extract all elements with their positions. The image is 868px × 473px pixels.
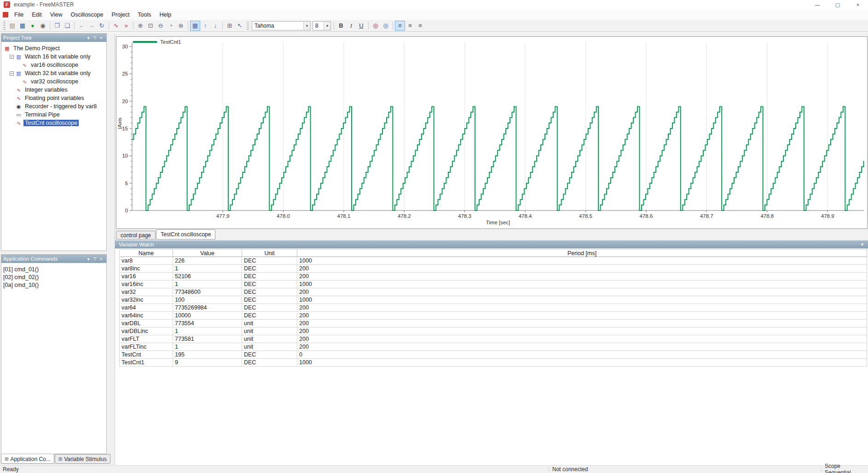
cell-value[interactable]: 7735269984 <box>173 304 242 312</box>
tab-variable-stimulus[interactable]: ⊞ Variable Stimulus <box>55 454 110 464</box>
reload-page-icon[interactable]: ↻ <box>97 21 107 31</box>
copy-icon[interactable]: ❐ <box>52 21 62 31</box>
cell-period[interactable]: 200 <box>297 312 867 320</box>
cell-value[interactable]: 773581 <box>173 335 242 343</box>
cell-period[interactable]: 0 <box>297 351 867 359</box>
cell-unit[interactable]: DEC <box>242 296 297 304</box>
cell-unit[interactable]: DEC <box>242 280 297 288</box>
align-center-icon[interactable]: ≡ <box>405 21 415 31</box>
cell-name[interactable]: varDBLinc <box>119 327 173 335</box>
tree-item-the-demo-project[interactable]: ▦The Demo Project <box>2 44 105 53</box>
close-button[interactable]: × <box>848 0 868 9</box>
cell-unit[interactable]: DEC <box>242 351 297 359</box>
cell-period[interactable]: 1000 <box>297 280 867 288</box>
comm-config-icon[interactable]: ◉ <box>38 21 48 31</box>
cell-unit[interactable]: unit <box>242 343 297 351</box>
watch-row-var8inc[interactable]: var8inc1DEC200 <box>119 265 867 273</box>
cell-value[interactable]: 9 <box>173 359 242 367</box>
cell-value[interactable]: 195 <box>173 351 242 359</box>
watch-row-testcnt[interactable]: TestCnt195DEC0 <box>119 351 867 359</box>
scope-icon[interactable]: ∿ <box>111 21 121 31</box>
col-header-value[interactable]: Value <box>173 249 242 257</box>
tree-item-integer-variables[interactable]: ∿Integer variables <box>2 86 105 94</box>
watch-row-var16inc[interactable]: var16inc1DEC1000 <box>119 280 867 288</box>
watch-row-varflt[interactable]: varFLT773581unit200 <box>119 335 867 343</box>
font-family-select[interactable]: Tahoma▾ <box>252 21 311 30</box>
back-icon[interactable]: ← <box>76 21 87 31</box>
tree-item-var16-oscilloscope[interactable]: ∿var16 oscilloscope <box>2 61 105 69</box>
cell-name[interactable]: var16inc <box>119 280 173 288</box>
cell-period[interactable]: 1000 <box>297 296 867 304</box>
cell-name[interactable]: TestCnt1 <box>119 359 173 367</box>
command-item-0a-cmd-10[interactable]: [0a] cmd_10() <box>3 281 104 289</box>
zoom-fit-icon[interactable]: ⊡ <box>145 21 156 31</box>
move-down-icon[interactable]: ↓ <box>210 21 220 31</box>
tree-item-floating-point-variables[interactable]: ∿Floating point variables <box>2 94 105 102</box>
menu-view[interactable]: View <box>46 10 67 19</box>
cell-period[interactable]: 200 <box>297 304 867 312</box>
tree-item-watch-32-bit-variable-only[interactable]: −▥Watch 32 bit variable only <box>2 69 105 77</box>
minimize-button[interactable]: — <box>807 0 827 9</box>
context-help-icon[interactable]: ↖ <box>235 21 245 31</box>
cell-name[interactable]: varDBL <box>119 320 173 327</box>
menu-edit[interactable]: Edit <box>28 10 46 19</box>
bold-icon[interactable]: B <box>336 21 346 31</box>
watch-row-varfltinc[interactable]: varFLTinc1unit200 <box>119 343 867 351</box>
toolbar-grip[interactable] <box>3 22 6 30</box>
cell-name[interactable]: var64 <box>119 304 173 312</box>
cell-value[interactable]: 1 <box>173 327 242 335</box>
cell-unit[interactable]: unit <box>242 320 297 327</box>
command-item-02-cmd-02[interactable]: [02] cmd_02() <box>3 273 104 281</box>
cell-period[interactable]: 1000 <box>297 359 867 367</box>
paste-icon[interactable]: ❏ <box>62 21 72 31</box>
align-right-icon[interactable]: ≡ <box>415 21 425 31</box>
collapse-icon[interactable]: − <box>10 55 14 59</box>
col-header-unit[interactable]: Unit <box>242 249 297 257</box>
watch-row-var64[interactable]: var647735269984DEC200 <box>119 304 867 312</box>
watch-row-var16[interactable]: var1652106DEC200 <box>119 273 867 280</box>
watch-row-vardbl[interactable]: varDBL773554unit200 <box>119 320 867 327</box>
cell-period[interactable]: 1000 <box>297 257 867 265</box>
save-project-icon[interactable]: ▦ <box>17 21 28 31</box>
cell-value[interactable]: 1 <box>173 265 242 273</box>
cell-value[interactable]: 773554 <box>173 320 242 327</box>
menu-help[interactable]: Help <box>156 10 176 19</box>
watch-row-vardblinc[interactable]: varDBLinc1unit200 <box>119 327 867 335</box>
toolbar-grip[interactable] <box>247 22 249 30</box>
cell-period[interactable]: 200 <box>297 288 867 296</box>
cell-period[interactable]: 200 <box>297 265 867 273</box>
tree-item-terminal-pipe[interactable]: ▭Terminal Pipe <box>2 111 105 119</box>
text-color-icon[interactable]: ◎ <box>370 21 381 31</box>
cell-unit[interactable]: DEC <box>242 273 297 280</box>
cell-unit[interactable]: unit <box>242 327 297 335</box>
cell-period[interactable]: 200 <box>297 273 867 280</box>
tab-control-page[interactable]: control page <box>116 231 156 239</box>
cell-name[interactable]: varFLTinc <box>119 343 173 351</box>
cell-period[interactable]: 200 <box>297 335 867 343</box>
cell-value[interactable]: 10000 <box>173 312 242 320</box>
col-header-period-ms[interactable]: Period [ms] <box>297 249 867 257</box>
properties-icon[interactable]: ⊞ <box>225 21 235 31</box>
command-item-01-cmd-01[interactable]: [01] cmd_01() <box>3 265 104 273</box>
cell-period[interactable]: 200 <box>297 320 867 327</box>
tree-item-recorder-triggered-by-var8[interactable]: ◉Recorder - triggered by var8 <box>2 102 105 111</box>
cell-unit[interactable]: DEC <box>242 304 297 312</box>
cell-name[interactable]: TestCnt <box>119 351 173 359</box>
run-fast-icon[interactable]: » <box>121 21 131 31</box>
cell-unit[interactable]: DEC <box>242 359 297 367</box>
fill-color-icon[interactable]: ◎ <box>381 21 391 31</box>
cell-unit[interactable]: DEC <box>242 288 297 296</box>
cell-value[interactable]: 52106 <box>173 273 242 280</box>
menu-tools[interactable]: Tools <box>133 10 155 19</box>
start-stop-communication-icon[interactable]: ● <box>28 21 38 31</box>
font-size-select[interactable]: 8▾ <box>312 21 331 30</box>
tree-item-var32-oscilloscope[interactable]: ∿var32 oscilloscope <box>2 77 105 86</box>
cell-value[interactable]: 1 <box>173 343 242 351</box>
tree-item-testcnt-oscilloscope[interactable]: ∿TestCnt oscilloscope <box>2 119 105 127</box>
cell-name[interactable]: varFLT <box>119 335 173 343</box>
pin-icon[interactable]: ⊤ <box>92 257 98 262</box>
pin-icon[interactable]: ⊤ <box>92 35 98 41</box>
move-up-icon[interactable]: ↑ <box>200 21 210 31</box>
watch-row-testcnt1[interactable]: TestCnt19DEC1000 <box>119 359 867 367</box>
cell-value[interactable]: 77348600 <box>173 288 242 296</box>
